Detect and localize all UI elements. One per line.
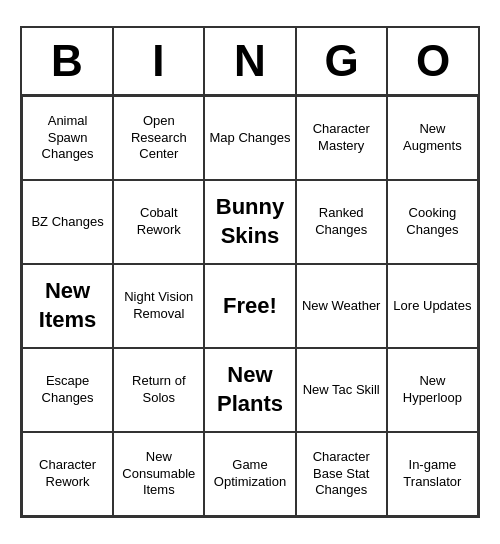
bingo-cell-4[interactable]: New Augments: [387, 96, 478, 180]
bingo-letter-n: N: [205, 28, 297, 94]
bingo-cell-5[interactable]: BZ Changes: [22, 180, 113, 264]
bingo-cell-text-6: Cobalt Rework: [118, 205, 199, 239]
bingo-cell-text-14: Lore Updates: [393, 298, 471, 315]
bingo-cell-2[interactable]: Map Changes: [204, 96, 295, 180]
bingo-cell-10[interactable]: New Items: [22, 264, 113, 348]
bingo-cell-13[interactable]: New Weather: [296, 264, 387, 348]
bingo-cell-text-7: Bunny Skins: [209, 193, 290, 250]
bingo-cell-text-5: BZ Changes: [31, 214, 103, 231]
bingo-cell-text-9: Cooking Changes: [392, 205, 473, 239]
bingo-cell-text-8: Ranked Changes: [301, 205, 382, 239]
bingo-cell-14[interactable]: Lore Updates: [387, 264, 478, 348]
bingo-header: BINGO: [22, 28, 478, 96]
bingo-letter-b: B: [22, 28, 114, 94]
bingo-cell-text-17: New Plants: [209, 361, 290, 418]
bingo-cell-text-18: New Tac Skill: [303, 382, 380, 399]
bingo-cell-17[interactable]: New Plants: [204, 348, 295, 432]
bingo-cell-text-20: Character Rework: [27, 457, 108, 491]
bingo-cell-11[interactable]: Night Vision Removal: [113, 264, 204, 348]
bingo-cell-19[interactable]: New Hyperloop: [387, 348, 478, 432]
bingo-cell-8[interactable]: Ranked Changes: [296, 180, 387, 264]
bingo-cell-text-23: Character Base Stat Changes: [301, 449, 382, 500]
bingo-cell-18[interactable]: New Tac Skill: [296, 348, 387, 432]
bingo-cell-0[interactable]: Animal Spawn Changes: [22, 96, 113, 180]
bingo-cell-24[interactable]: In-game Translator: [387, 432, 478, 516]
bingo-cell-7[interactable]: Bunny Skins: [204, 180, 295, 264]
bingo-cell-1[interactable]: Open Research Center: [113, 96, 204, 180]
bingo-cell-text-15: Escape Changes: [27, 373, 108, 407]
bingo-letter-o: O: [388, 28, 478, 94]
bingo-cell-text-12: Free!: [223, 292, 277, 321]
bingo-letter-g: G: [297, 28, 389, 94]
bingo-cell-20[interactable]: Character Rework: [22, 432, 113, 516]
bingo-cell-text-10: New Items: [27, 277, 108, 334]
bingo-letter-i: I: [114, 28, 206, 94]
bingo-cell-text-13: New Weather: [302, 298, 381, 315]
bingo-cell-3[interactable]: Character Mastery: [296, 96, 387, 180]
bingo-cell-text-1: Open Research Center: [118, 113, 199, 164]
bingo-grid: Animal Spawn ChangesOpen Research Center…: [22, 96, 478, 516]
bingo-cell-23[interactable]: Character Base Stat Changes: [296, 432, 387, 516]
bingo-cell-12[interactable]: Free!: [204, 264, 295, 348]
bingo-cell-6[interactable]: Cobalt Rework: [113, 180, 204, 264]
bingo-cell-21[interactable]: New Consumable Items: [113, 432, 204, 516]
bingo-cell-text-21: New Consumable Items: [118, 449, 199, 500]
bingo-cell-text-22: Game Optimization: [209, 457, 290, 491]
bingo-cell-text-11: Night Vision Removal: [118, 289, 199, 323]
bingo-cell-9[interactable]: Cooking Changes: [387, 180, 478, 264]
bingo-card: BINGO Animal Spawn ChangesOpen Research …: [20, 26, 480, 518]
bingo-cell-text-19: New Hyperloop: [392, 373, 473, 407]
bingo-cell-22[interactable]: Game Optimization: [204, 432, 295, 516]
bingo-cell-16[interactable]: Return of Solos: [113, 348, 204, 432]
bingo-cell-text-0: Animal Spawn Changes: [27, 113, 108, 164]
bingo-cell-text-4: New Augments: [392, 121, 473, 155]
bingo-cell-text-16: Return of Solos: [118, 373, 199, 407]
bingo-cell-text-24: In-game Translator: [392, 457, 473, 491]
bingo-cell-text-3: Character Mastery: [301, 121, 382, 155]
bingo-cell-text-2: Map Changes: [210, 130, 291, 147]
bingo-cell-15[interactable]: Escape Changes: [22, 348, 113, 432]
